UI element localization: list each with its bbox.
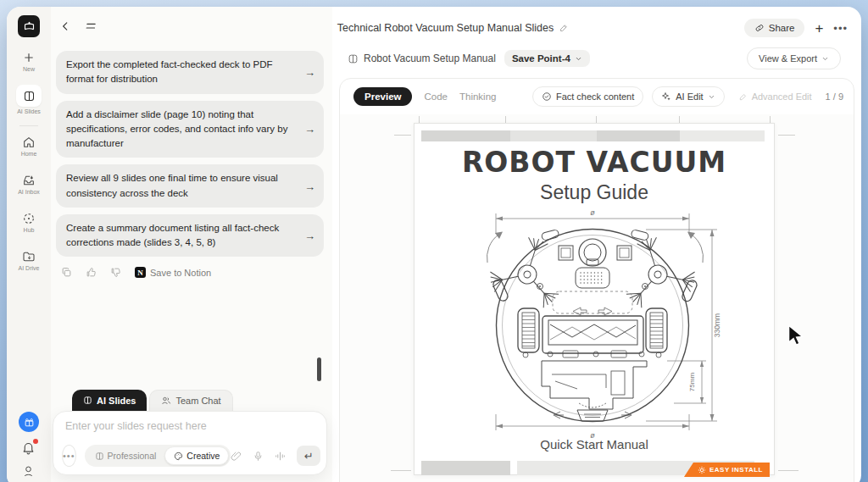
- sparkles-icon: [661, 91, 671, 102]
- arrow-right-icon: →: [304, 180, 315, 192]
- plus-icon: [22, 51, 36, 64]
- save-point-dropdown[interactable]: Save Point-4: [504, 50, 590, 67]
- tab-code[interactable]: Code: [424, 91, 448, 102]
- sidebar-item-ai-drive[interactable]: AI Drive: [7, 250, 51, 271]
- slides-request-input[interactable]: [65, 420, 311, 432]
- sidebar-item-hub[interactable]: Hub: [7, 212, 51, 233]
- arrow-right-icon: →: [304, 230, 315, 242]
- attachment-icon[interactable]: [231, 451, 242, 462]
- slide-canvas[interactable]: ROBOT VACUUM Setup Guide ø: [414, 123, 775, 475]
- more-options-button[interactable]: •••: [62, 445, 76, 467]
- save-to-notion-label: Save to Notion: [150, 268, 211, 278]
- sidebar: New AI Slides Home AI Inbox Hub AI Drive: [7, 7, 51, 482]
- chat-scrollbar[interactable]: [317, 357, 321, 381]
- sidebar-item-home[interactable]: Home: [7, 136, 51, 157]
- ai-edit-label: AI Edit: [676, 91, 703, 102]
- tab-label: Team Chat: [175, 396, 220, 406]
- tape-bar: [510, 130, 597, 141]
- window-more-button[interactable]: •••: [833, 22, 848, 35]
- document-title: Technical Robot Vacuum Setup Manual Slid…: [337, 22, 554, 34]
- profile-button[interactable]: [22, 464, 35, 482]
- thumbs-down-button[interactable]: [110, 267, 121, 278]
- ai-edit-button[interactable]: AI Edit: [652, 86, 724, 107]
- save-point-label: Save Point-4: [512, 53, 570, 64]
- tape-bar: [421, 461, 510, 475]
- suggestion-card[interactable]: Review all 9 slides one final time to en…: [56, 164, 324, 208]
- app-window: New AI Slides Home AI Inbox Hub AI Drive: [7, 7, 861, 482]
- dim-inset: 75mm: [688, 373, 696, 392]
- chevron-down-icon: [821, 55, 829, 63]
- crop-mark: [391, 470, 411, 471]
- save-to-notion-button[interactable]: N Save to Notion: [135, 267, 211, 278]
- slide-title: ROBOT VACUUM: [415, 146, 774, 179]
- send-button[interactable]: ↵: [297, 446, 320, 466]
- voice-wave-icon[interactable]: [275, 451, 286, 462]
- suggestion-card[interactable]: Create a summary document listing all fa…: [56, 214, 324, 258]
- crop-mark: [394, 135, 411, 136]
- document-name-group[interactable]: Robot Vacuum Setup Manual: [348, 53, 496, 64]
- editor-tabs-row: Preview Code Thinking Fact check content…: [353, 86, 843, 108]
- view-export-button[interactable]: View & Export: [747, 47, 841, 69]
- slides-book-icon: [83, 396, 92, 405]
- folder-icon: [22, 250, 36, 263]
- advanced-edit-label: Advanced Edit: [752, 91, 812, 102]
- copy-icon: [61, 267, 72, 278]
- copy-button[interactable]: [61, 267, 72, 278]
- vacuum-technical-drawing: ø 330mm: [415, 208, 776, 463]
- tab-preview[interactable]: Preview: [353, 87, 412, 106]
- advanced-edit-button-disabled[interactable]: Advanced Edit: [733, 87, 817, 106]
- mouse-cursor: [787, 324, 805, 346]
- message-actions: N Save to Notion: [56, 267, 324, 278]
- tab-team-chat[interactable]: Team Chat: [149, 390, 232, 411]
- microphone-icon[interactable]: [253, 451, 264, 462]
- gear-icon: [698, 466, 706, 474]
- sidebar-item-ai-slides[interactable]: AI Slides: [7, 85, 51, 114]
- arrow-right-icon: →: [304, 123, 315, 136]
- document-titlebar: Technical Robot Vacuum Setup Manual Slid…: [332, 22, 574, 34]
- thumbs-up-button[interactable]: [86, 267, 97, 278]
- collapse-panel-icon[interactable]: [85, 21, 98, 31]
- mode-creative[interactable]: Creative: [164, 446, 229, 465]
- easy-install-badge: EASY INSTALL: [684, 463, 770, 477]
- edit-title-icon[interactable]: [559, 23, 569, 33]
- slides-book-icon: [348, 53, 359, 64]
- suggestion-text: Create a summary document listing all fa…: [66, 221, 298, 251]
- slide-subtitle: Setup Guide: [415, 181, 774, 204]
- badge-label: EASY INSTALL: [709, 466, 763, 474]
- new-tab-button[interactable]: +: [815, 21, 823, 36]
- crop-mark: [778, 135, 795, 136]
- arrow-right-icon: →: [304, 66, 315, 79]
- tape-bar: [597, 130, 680, 141]
- app-logo-icon[interactable]: [18, 15, 40, 37]
- tab-ai-slides[interactable]: AI Slides: [72, 390, 147, 411]
- professional-book-icon: [95, 452, 104, 461]
- inbox-icon: [22, 174, 36, 187]
- view-export-label: View & Export: [759, 53, 817, 64]
- sidebar-item-new[interactable]: New: [7, 51, 51, 72]
- thumbs-down-icon: [110, 267, 121, 278]
- tab-label: AI Slides: [97, 396, 136, 406]
- share-label: Share: [769, 23, 795, 33]
- thumbs-up-icon: [86, 267, 97, 278]
- dim-height: 330mm: [713, 313, 721, 337]
- pencil-icon: [738, 92, 748, 102]
- notifications-button[interactable]: [21, 440, 36, 458]
- sidebar-item-label: New: [7, 66, 51, 72]
- sidebar-item-ai-inbox[interactable]: AI Inbox: [7, 174, 51, 195]
- rewards-button[interactable]: [19, 412, 39, 432]
- tab-thinking[interactable]: Thinking: [459, 91, 496, 102]
- mode-label: Creative: [186, 451, 220, 461]
- share-button[interactable]: Share: [744, 19, 805, 37]
- suggestion-card[interactable]: Export the completed fact-checked deck t…: [56, 51, 324, 94]
- suggestion-card[interactable]: Add a disclaimer slide (page 10) noting …: [56, 101, 324, 158]
- slide-footer-text: Quick Start Manual: [415, 437, 774, 452]
- back-icon[interactable]: [59, 20, 71, 32]
- palette-icon: [174, 452, 183, 461]
- chevron-down-icon: [575, 55, 582, 63]
- mode-professional[interactable]: Professional: [86, 447, 165, 464]
- fact-check-button[interactable]: Fact check content: [532, 86, 643, 107]
- chat-input-card: ••• Professional Creative ↵: [53, 411, 327, 475]
- return-icon: ↵: [304, 450, 314, 463]
- document-bar: Robot Vacuum Setup Manual Save Point-4 V…: [348, 46, 841, 71]
- page-indicator: 1 / 9: [826, 91, 843, 102]
